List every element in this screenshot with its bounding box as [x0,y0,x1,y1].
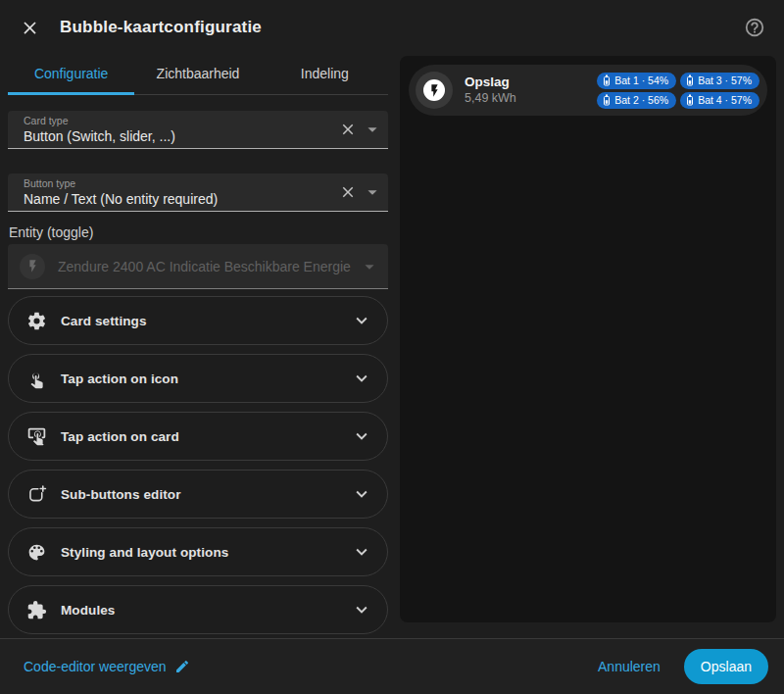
dropdown-caret-icon[interactable] [362,119,383,140]
clear-icon [339,183,357,201]
section-styling-layout[interactable]: Styling and layout options [8,527,388,576]
button-type-value: Name / Text (No entity required) [24,190,325,209]
tab-configuratie[interactable]: Configuratie [8,55,134,95]
badge-bat-2[interactable]: Bat 2 · 56% [597,92,676,109]
button-type-controls [337,174,383,211]
card-type-value: Button (Switch, slider, ...) [24,127,325,146]
section-label: Card settings [61,314,351,328]
config-form: Card type Button (Switch, slider, ...) B… [8,95,388,634]
dropdown-caret-icon[interactable] [362,181,383,203]
gesture-tap-card-icon [26,426,47,447]
card-icon-button[interactable] [416,72,453,109]
badge-label: Bat 2 · 56% [614,92,668,109]
gear-icon [26,311,47,331]
section-tap-action-card[interactable]: Tap action on card [8,412,388,461]
help-icon [744,17,765,38]
dialog-title: Bubble-kaartconfiguratie [60,18,739,37]
tab-bar: Configuratie Zichtbaarheid Indeling [8,55,388,95]
card-plus-icon [26,484,47,505]
card-state: 5,49 kWh [465,91,597,106]
button-type-select[interactable]: Button type Name / Text (No entity requi… [8,174,388,212]
section-modules[interactable]: Modules [8,585,388,634]
show-code-editor-button[interactable]: Code-editor weergeven [24,655,190,678]
save-button[interactable]: Opslaan [684,649,768,684]
sub-button-badges: Bat 1 · 54% Bat 2 · 56% Bat 3 · 57% Bat … [597,73,760,109]
section-label: Tap action on card [61,429,351,444]
flash-circle-icon [20,254,45,279]
config-column: Configuratie Zichtbaarheid Indeling Card… [8,55,388,638]
section-label: Styling and layout options [61,545,351,560]
dialog-footer: Code-editor weergeven Annuleren Opslaan [0,638,784,694]
section-label: Sub-buttons editor [61,487,351,502]
palette-icon [26,542,47,563]
code-editor-label: Code-editor weergeven [24,659,167,674]
section-tap-action-icon[interactable]: Tap action on icon [8,354,388,403]
entity-toggle-combobox: Zendure 2400 AC Indicatie Beschikbare En… [8,244,388,289]
badge-label: Bat 4 · 57% [698,92,752,109]
battery-icon [601,94,612,106]
help-button[interactable] [739,12,770,43]
close-button[interactable] [15,13,45,43]
close-icon [20,18,40,38]
preview-panel: Opslag 5,49 kWh Bat 1 · 54% Bat 2 · 56% … [400,56,776,622]
button-type-label: Button type [24,177,325,190]
flash-circle-icon [423,79,445,101]
flash-icon [25,259,40,273]
card-name: Opslag [465,74,597,90]
dialog-header: Bubble-kaartconfiguratie [0,0,784,55]
section-list: Card settings Tap action on icon Tap act… [8,296,388,634]
dialog-body: Configuratie Zichtbaarheid Indeling Card… [0,55,784,638]
button-type-clear-button[interactable] [337,181,359,203]
badge-label: Bat 3 · 57% [698,73,752,89]
chevron-down-icon [351,541,372,563]
bubble-card-config-dialog: Bubble-kaartconfiguratie Configuratie Zi… [0,0,784,694]
bubble-card-preview[interactable]: Opslag 5,49 kWh Bat 1 · 54% Bat 2 · 56% … [409,65,767,116]
cancel-button[interactable]: Annuleren [586,651,672,682]
badge-bat-3[interactable]: Bat 3 · 57% [680,73,760,89]
puzzle-icon [26,600,47,620]
battery-icon [684,74,696,86]
section-card-settings[interactable]: Card settings [8,296,388,345]
card-text: Opslag 5,49 kWh [465,74,597,106]
chevron-down-icon [351,368,372,389]
entity-toggle-value: Zendure 2400 AC Indicatie Beschikbare En… [58,259,359,274]
section-label: Tap action on icon [61,372,351,386]
card-type-select[interactable]: Card type Button (Switch, slider, ...) [8,111,388,149]
clear-icon [339,121,357,138]
badge-label: Bat 1 · 54% [614,73,668,89]
chevron-down-icon [351,599,372,620]
tab-indeling[interactable]: Indeling [262,55,388,95]
entity-toggle-label: Entity (toggle) [9,223,388,241]
section-sub-buttons-editor[interactable]: Sub-buttons editor [8,470,388,519]
battery-icon [601,74,612,86]
flash-icon [427,83,442,98]
chevron-down-icon [351,425,372,447]
chevron-down-icon [351,310,372,331]
section-label: Modules [61,603,351,618]
battery-icon [684,94,696,106]
pencil-icon [174,659,190,674]
tab-zichtbaarheid[interactable]: Zichtbaarheid [134,55,261,95]
dropdown-caret-icon [359,256,380,277]
card-type-label: Card type [24,115,325,127]
badge-bat-4[interactable]: Bat 4 · 57% [680,92,760,109]
card-type-clear-button[interactable] [337,119,359,140]
gesture-tap-icon [26,369,47,389]
card-type-controls [337,111,383,148]
chevron-down-icon [351,483,372,505]
badge-bat-1[interactable]: Bat 1 · 54% [597,73,676,89]
